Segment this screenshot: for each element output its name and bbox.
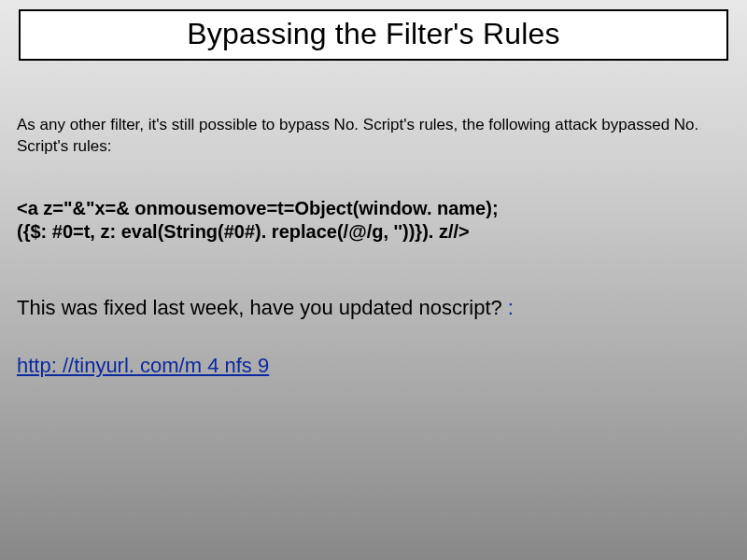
code-snippet: <a z="&"x=& onmousemove=t=Object(window.… — [17, 197, 730, 244]
slide: Bypassing the Filter's Rules As any othe… — [0, 0, 747, 560]
title-box: Bypassing the Filter's Rules — [19, 9, 728, 61]
tinyurl-link[interactable]: http: //tinyurl. com/m 4 nfs 9 — [17, 354, 269, 377]
link-line: http: //tinyurl. com/m 4 nfs 9 — [17, 354, 730, 378]
update-note: This was fixed last week, have you updat… — [17, 296, 730, 320]
note-colon: : — [508, 296, 514, 319]
code-line-1: <a z="&"x=& onmousemove=t=Object(window.… — [17, 197, 730, 220]
slide-title: Bypassing the Filter's Rules — [30, 17, 717, 51]
note-text: This was fixed last week, have you updat… — [17, 296, 508, 319]
intro-paragraph: As any other filter, it's still possible… — [17, 115, 730, 158]
code-line-2: ({$: #0=t, z: eval(String(#0#). replace(… — [17, 220, 730, 244]
